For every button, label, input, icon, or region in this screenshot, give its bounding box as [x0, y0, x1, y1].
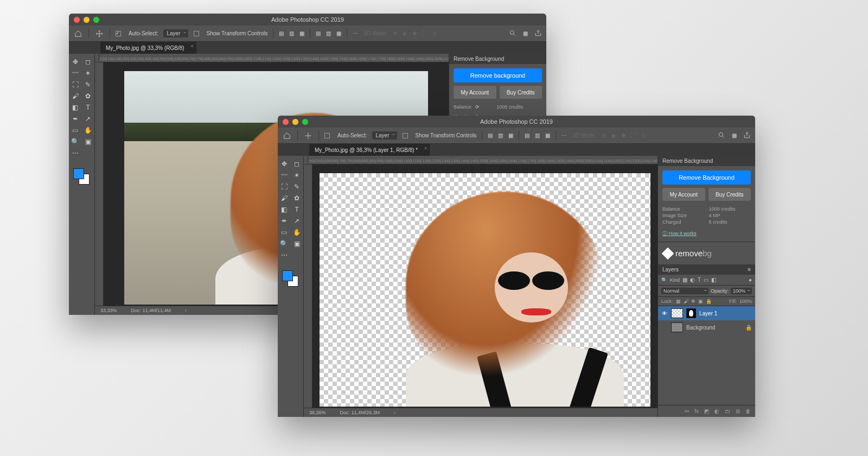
auto-select-dropdown[interactable]: Layer	[372, 131, 397, 140]
artboard-tool-icon[interactable]: ▣	[291, 238, 304, 249]
move-tool-icon[interactable]	[303, 131, 313, 141]
show-transform-checkbox[interactable]	[194, 31, 199, 36]
more-icon[interactable]: ⋯	[353, 30, 358, 36]
type-tool-icon[interactable]: T	[82, 102, 95, 113]
home-icon[interactable]	[73, 29, 83, 39]
lasso-tool-icon[interactable]: 〰	[69, 67, 82, 79]
fx-icon[interactable]: fx	[694, 408, 699, 414]
filter-shape-icon[interactable]: ▭	[704, 277, 709, 283]
status-zoom[interactable]: 36,26%	[309, 410, 326, 415]
mask-icon[interactable]: ◩	[704, 408, 709, 414]
close-tab-icon[interactable]: ×	[424, 145, 427, 151]
align-left-icon[interactable]: ▤	[488, 132, 493, 138]
ruler-origin[interactable]	[304, 156, 308, 164]
lock-transparency-icon[interactable]: ▦	[676, 299, 681, 304]
shape-tool-icon[interactable]: ▭	[69, 124, 82, 136]
layer-name[interactable]: Background	[686, 325, 715, 331]
more-icon[interactable]: ⋯	[561, 132, 567, 138]
buy-credits-button[interactable]: Buy Credits	[709, 188, 751, 201]
ruler-horizontal[interactable]: 1001502002503003504004505005506006507007…	[99, 54, 449, 62]
pen-tool-icon[interactable]: ✒	[69, 113, 82, 124]
lock-all-icon[interactable]: 🔒	[706, 299, 712, 304]
panel-title[interactable]: Remove Background	[449, 54, 546, 64]
zoom-tool-icon[interactable]: 🔍	[278, 238, 291, 249]
align-middle-icon[interactable]: ▥	[535, 132, 540, 138]
pen-tool-icon[interactable]: ✒	[278, 215, 291, 226]
layer-thumbnail[interactable]	[671, 308, 683, 318]
link-layers-icon[interactable]: ⚯	[685, 408, 689, 414]
wand-tool-icon[interactable]: ✶	[291, 169, 304, 181]
brush-tool-icon[interactable]: 🖌	[278, 192, 291, 204]
align-top-icon[interactable]: ▤	[525, 132, 529, 138]
auto-select-checkbox[interactable]	[324, 133, 330, 138]
brush-tool-icon[interactable]: 🖌	[69, 90, 82, 102]
kind-dropdown[interactable]: Kind	[670, 277, 680, 283]
status-arrow-icon[interactable]: ›	[185, 308, 187, 313]
workspace-icon[interactable]: ▦	[732, 132, 737, 138]
eraser-tool-icon[interactable]: ◧	[69, 102, 82, 113]
remove-background-button[interactable]: Remove background	[454, 68, 542, 83]
delete-icon[interactable]: 🗑	[745, 408, 751, 414]
layer-mask-thumbnail[interactable]	[686, 308, 696, 318]
lock-icon[interactable]: 🔒	[745, 325, 752, 331]
blend-mode-dropdown[interactable]: Normal	[661, 288, 709, 294]
layer-row[interactable]: Background 🔒	[658, 320, 755, 334]
ruler-vertical[interactable]	[304, 164, 312, 408]
align-right-icon[interactable]: ▦	[299, 30, 304, 36]
status-doc[interactable]: Doc: 11,4M/26,3M	[340, 410, 380, 415]
panel-title[interactable]: Remove Background	[658, 156, 755, 166]
status-zoom[interactable]: 33,33%	[100, 308, 117, 313]
filter-toggle-icon[interactable]: ●	[749, 277, 752, 283]
color-swatch[interactable]	[282, 270, 298, 287]
filter-type-icon[interactable]: T	[698, 277, 701, 283]
lock-position-icon[interactable]: ✥	[691, 299, 695, 304]
auto-select-dropdown[interactable]: Layer	[163, 29, 188, 37]
close-tab-icon[interactable]: ×	[190, 43, 193, 49]
move-tool-icon[interactable]: ✥	[278, 158, 291, 169]
move-tool-icon[interactable]: ✥	[69, 56, 82, 67]
lasso-tool-icon[interactable]: 〰	[278, 169, 291, 181]
zoom-tool-icon[interactable]: 🔍	[69, 136, 82, 147]
ruler-origin[interactable]	[95, 54, 99, 62]
fill-field[interactable]: 100%	[739, 299, 752, 304]
lock-artboard-icon[interactable]: ▣	[698, 299, 703, 304]
hand-tool-icon[interactable]: ✋	[82, 124, 95, 136]
hand-tool-icon[interactable]: ✋	[291, 226, 304, 238]
layer-thumbnail[interactable]	[671, 322, 683, 332]
align-top-icon[interactable]: ▤	[316, 30, 321, 36]
filter-adjust-icon[interactable]: ◐	[690, 277, 695, 283]
titlebar[interactable]: Adobe Photoshop CC 2019	[278, 116, 755, 128]
stamp-tool-icon[interactable]: ✿	[82, 90, 95, 102]
new-layer-icon[interactable]: ⊞	[736, 408, 740, 414]
artboard-tool-icon[interactable]: ▣	[82, 136, 95, 147]
adjustment-icon[interactable]: ◐	[714, 408, 719, 414]
group-icon[interactable]: 🗀	[725, 408, 730, 414]
align-middle-icon[interactable]: ▥	[326, 30, 331, 36]
ruler-horizontal[interactable]: 5005506006507007508008509009501000105011…	[308, 156, 658, 164]
workspace-icon[interactable]: ▦	[523, 30, 528, 36]
crop-tool-icon[interactable]: ⛶	[278, 181, 291, 192]
remove-background-button[interactable]: Remove Background	[662, 170, 751, 185]
refresh-icon[interactable]: ⟳	[475, 104, 546, 110]
align-bottom-icon[interactable]: ▦	[336, 30, 341, 36]
move-tool-icon[interactable]	[94, 29, 104, 39]
ruler-vertical[interactable]	[95, 62, 104, 306]
visibility-icon[interactable]: 👁	[661, 311, 668, 316]
layer-row[interactable]: 👁 Layer 1	[658, 306, 755, 320]
status-arrow-icon[interactable]: ›	[394, 410, 395, 415]
crop-tool-icon[interactable]: ⛶	[69, 79, 82, 90]
align-bottom-icon[interactable]: ▦	[545, 132, 550, 138]
shape-tool-icon[interactable]: ▭	[278, 226, 291, 238]
marquee-tool-icon[interactable]: ◻	[82, 56, 95, 67]
eyedropper-tool-icon[interactable]: ✎	[291, 181, 304, 192]
eraser-tool-icon[interactable]: ◧	[278, 204, 291, 215]
align-left-icon[interactable]: ▤	[279, 30, 284, 36]
lock-pixels-icon[interactable]: 🖌	[684, 299, 688, 304]
edit-toolbar-icon[interactable]: ⋯	[69, 147, 82, 159]
buy-credits-button[interactable]: Buy Credits	[500, 86, 542, 99]
edit-toolbar-icon[interactable]: ⋯	[278, 249, 291, 261]
type-tool-icon[interactable]: T	[291, 204, 304, 215]
color-swatch[interactable]	[73, 168, 90, 185]
document-tab[interactable]: My_Photo.jpg @ 33,3% (RGB/8) ×	[100, 42, 196, 54]
canvas[interactable]	[312, 164, 658, 408]
